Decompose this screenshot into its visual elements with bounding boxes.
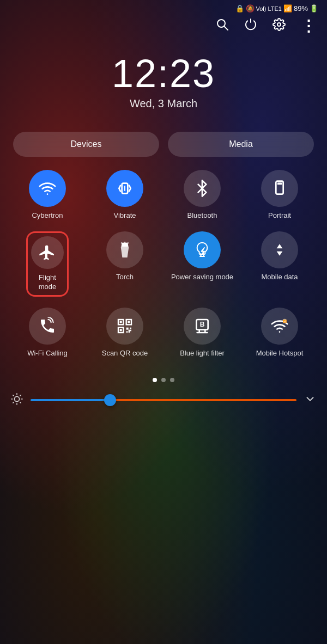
bluetooth-circle <box>184 170 221 207</box>
toggles-row2: Flightmode Torch <box>0 231 327 297</box>
devices-tab[interactable]: Devices <box>13 132 159 157</box>
signal-bars-icon: 📶 <box>283 4 292 13</box>
page-dot-3[interactable] <box>170 378 174 382</box>
brightness-icon <box>11 393 23 408</box>
more-button[interactable]: ⋮ <box>301 19 316 34</box>
status-bar: 🔒 🔕 Vol) LTE1 📶 89% 🔋 <box>0 0 327 15</box>
svg-line-8 <box>121 243 122 243</box>
mobile-data-circle <box>261 231 298 268</box>
svg-rect-20 <box>130 329 131 331</box>
svg-rect-11 <box>120 321 122 323</box>
signal-icon: Vol) <box>256 5 267 12</box>
action-bar: ⋮ <box>0 15 327 38</box>
svg-text:B: B <box>200 321 205 328</box>
svg-rect-16 <box>126 327 129 329</box>
svg-point-2 <box>277 23 281 26</box>
blue-light-label: Blue light filter <box>180 349 225 358</box>
mobile-data-toggle[interactable]: Mobile data <box>241 231 318 297</box>
clock-date: Wed, 3 March <box>130 97 197 110</box>
portrait-toggle[interactable]: Portrait <box>241 170 318 220</box>
portrait-label: Portrait <box>268 211 291 220</box>
brightness-slider[interactable] <box>31 399 296 401</box>
flight-mode-toggle[interactable]: Flightmode <box>9 231 86 297</box>
toggles-row1: Cybertron Vibrate Bluetooth <box>0 170 327 220</box>
portrait-circle <box>261 170 298 207</box>
wifi-calling-circle <box>29 308 66 345</box>
wifi-calling-label: Wi-Fi Calling <box>27 349 68 358</box>
battery-icon: 🔋 <box>310 4 318 13</box>
power-saving-label: Power saving mode <box>171 273 233 282</box>
svg-line-29 <box>20 402 21 402</box>
scan-qr-toggle[interactable]: Scan QR code <box>86 308 164 358</box>
scan-qr-circle <box>106 308 143 345</box>
vibrate-toggle[interactable]: Vibrate <box>86 170 164 220</box>
mobile-hotspot-toggle[interactable]: 📶 Mobile Hotspot <box>241 308 318 358</box>
svg-rect-19 <box>129 329 130 332</box>
svg-line-28 <box>13 395 14 395</box>
brightness-thumb[interactable] <box>104 394 116 406</box>
blue-light-toggle[interactable]: B Blue light filter <box>164 308 241 358</box>
settings-button[interactable] <box>272 18 286 34</box>
svg-rect-15 <box>120 329 122 331</box>
torch-circle <box>106 231 143 268</box>
lte-icon: LTE1 <box>268 5 281 12</box>
scan-qr-label: Scan QR code <box>102 349 148 358</box>
battery-text: 89% <box>294 4 308 13</box>
svg-point-25 <box>14 396 19 401</box>
svg-rect-18 <box>126 331 128 333</box>
pagination <box>0 378 327 382</box>
clock-time: 12:23 <box>112 54 215 93</box>
mute-icon: 🔕 <box>246 4 255 13</box>
torch-toggle[interactable]: Torch <box>86 231 164 297</box>
status-icons: 🔒 🔕 Vol) LTE1 📶 89% 🔋 <box>235 4 318 13</box>
svg-line-33 <box>20 395 21 395</box>
svg-rect-17 <box>130 327 131 329</box>
media-tab[interactable]: Media <box>168 132 314 157</box>
bluetooth-label: Bluetooth <box>187 211 217 220</box>
bluetooth-toggle[interactable]: Bluetooth <box>164 170 241 220</box>
wifi-circle <box>29 170 66 207</box>
flight-mode-circle <box>31 236 64 269</box>
tab-buttons: Devices Media <box>0 132 327 157</box>
search-button[interactable] <box>216 18 229 34</box>
svg-rect-13 <box>128 321 130 323</box>
lock-icon: 🔒 <box>235 4 244 13</box>
wifi-calling-toggle[interactable]: Wi-Fi Calling <box>9 308 86 358</box>
svg-rect-6 <box>277 182 282 185</box>
clock-area: 12:23 Wed, 3 March <box>0 54 327 110</box>
mobile-hotspot-label: Mobile Hotspot <box>256 349 304 358</box>
chevron-down-icon[interactable] <box>304 393 316 408</box>
torch-label: Torch <box>116 273 134 282</box>
power-button[interactable] <box>244 18 257 34</box>
mobile-data-label: Mobile data <box>261 273 298 282</box>
svg-text:📶: 📶 <box>283 319 287 323</box>
svg-line-9 <box>128 243 128 243</box>
wifi-label: Cybertron <box>32 211 63 220</box>
mobile-hotspot-circle: 📶 <box>261 308 298 345</box>
wifi-toggle[interactable]: Cybertron <box>9 170 86 220</box>
svg-line-1 <box>225 27 228 30</box>
vibrate-label: Vibrate <box>114 211 136 220</box>
toggles-row3: Wi-Fi Calling Scan QR cod <box>0 308 327 358</box>
vibrate-circle <box>106 170 143 207</box>
brightness-bar <box>0 382 327 413</box>
power-saving-circle <box>184 231 221 268</box>
page-dot-1[interactable] <box>153 378 157 382</box>
flight-mode-wrapper: Flightmode <box>26 231 69 297</box>
flight-mode-label: Flightmode <box>39 273 57 292</box>
page-dot-2[interactable] <box>161 378 166 382</box>
power-saving-toggle[interactable]: Power saving mode <box>164 231 241 297</box>
svg-line-32 <box>13 402 14 402</box>
blue-light-circle: B <box>184 308 221 345</box>
